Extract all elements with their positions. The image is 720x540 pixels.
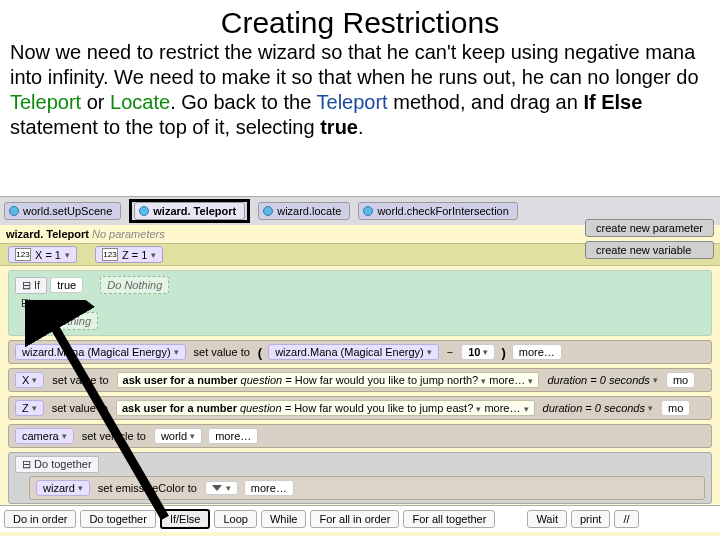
tab-setup-scene[interactable]: world.setUpScene — [4, 202, 121, 220]
page-title: Creating Restrictions — [0, 6, 720, 40]
vehicle-value[interactable]: world▾ — [154, 428, 202, 444]
pal-do-in-order[interactable]: Do in order — [4, 510, 76, 528]
ask-user-north[interactable]: ask user for a number question = How far… — [117, 372, 540, 388]
if-condition[interactable]: true — [50, 277, 83, 293]
new-parameter-button[interactable]: create new parameter — [585, 219, 714, 237]
tab-check-intersection[interactable]: world.checkForIntersection — [358, 202, 517, 220]
mana-rhs[interactable]: wizard.Mana (Magical Energy)▾ — [268, 344, 439, 360]
tab-locate[interactable]: wizard.locate — [258, 202, 350, 220]
pal-print[interactable]: print — [571, 510, 610, 528]
world-icon — [263, 206, 273, 216]
pal-comment[interactable]: // — [614, 510, 638, 528]
else-label: Else — [15, 296, 48, 310]
number-icon: 123 — [15, 248, 31, 261]
z-set-statement[interactable]: Z▾ set value to ask user for a number qu… — [8, 396, 712, 420]
explanation-paragraph: Now we need to restrict the wizard so th… — [0, 40, 720, 144]
if-else-block[interactable]: ⊟ If true Do Nothing Else Do Nothing — [8, 270, 712, 336]
emissive-statement[interactable]: wizard▾ set emissiveColor to ▾ more… — [29, 476, 705, 500]
var-z[interactable]: 123Z = 1▾ — [95, 246, 163, 263]
world-icon — [363, 206, 373, 216]
statement-palette: Do in order Do together If/Else Loop Whi… — [0, 505, 720, 532]
more-dropdown[interactable]: more… — [244, 480, 294, 496]
wizard-obj[interactable]: wizard▾ — [36, 480, 90, 496]
world-icon — [139, 206, 149, 216]
pal-while[interactable]: While — [261, 510, 307, 528]
else-body-placeholder[interactable]: Do Nothing — [29, 312, 98, 330]
pal-for-all-in-order[interactable]: For all in order — [310, 510, 399, 528]
x-set-statement[interactable]: X▾ set value to ask user for a number qu… — [8, 368, 712, 392]
camera-vehicle-statement[interactable]: camera▾ set vehicle to world▾ more… — [8, 424, 712, 448]
right-buttons: create new parameter create new variable — [585, 219, 714, 259]
world-icon — [9, 206, 19, 216]
camera-obj[interactable]: camera▾ — [15, 428, 74, 444]
pal-if-else[interactable]: If/Else — [160, 509, 211, 529]
color-swatch-icon — [212, 485, 222, 491]
active-tab-highlight: wizard. Teleport — [129, 199, 250, 223]
if-body-placeholder[interactable]: Do Nothing — [100, 276, 169, 294]
do-together-label: ⊟ Do together — [15, 456, 99, 473]
color-value[interactable]: ▾ — [205, 481, 238, 495]
mana-var[interactable]: wizard.Mana (Magical Energy)▾ — [15, 344, 186, 360]
number-icon: 123 — [102, 248, 118, 261]
mana-set-statement[interactable]: wizard.Mana (Magical Energy)▾ set value … — [8, 340, 712, 364]
more-dropdown[interactable]: more… — [208, 428, 258, 444]
x-var-ref[interactable]: X▾ — [15, 372, 44, 388]
do-together-block[interactable]: ⊟ Do together wizard▾ set emissiveColor … — [8, 452, 712, 504]
pal-do-together[interactable]: Do together — [80, 510, 155, 528]
var-x[interactable]: 123X = 1▾ — [8, 246, 77, 263]
new-variable-button[interactable]: create new variable — [585, 241, 714, 259]
code-body: ⊟ If true Do Nothing Else Do Nothing wiz… — [0, 266, 720, 506]
alice-editor: world.setUpScene wizard. Teleport wizard… — [0, 196, 720, 536]
pal-loop[interactable]: Loop — [214, 510, 256, 528]
tab-teleport[interactable]: wizard. Teleport — [134, 202, 245, 220]
mana-subtract-value[interactable]: 10▾ — [461, 344, 495, 360]
if-label: ⊟ If — [15, 277, 47, 294]
pal-wait[interactable]: Wait — [527, 510, 567, 528]
z-var-ref[interactable]: Z▾ — [15, 400, 44, 416]
pal-for-all-together[interactable]: For all together — [403, 510, 495, 528]
ask-user-east[interactable]: ask user for a number question = How far… — [116, 400, 535, 416]
more-dropdown[interactable]: more… — [512, 344, 562, 360]
